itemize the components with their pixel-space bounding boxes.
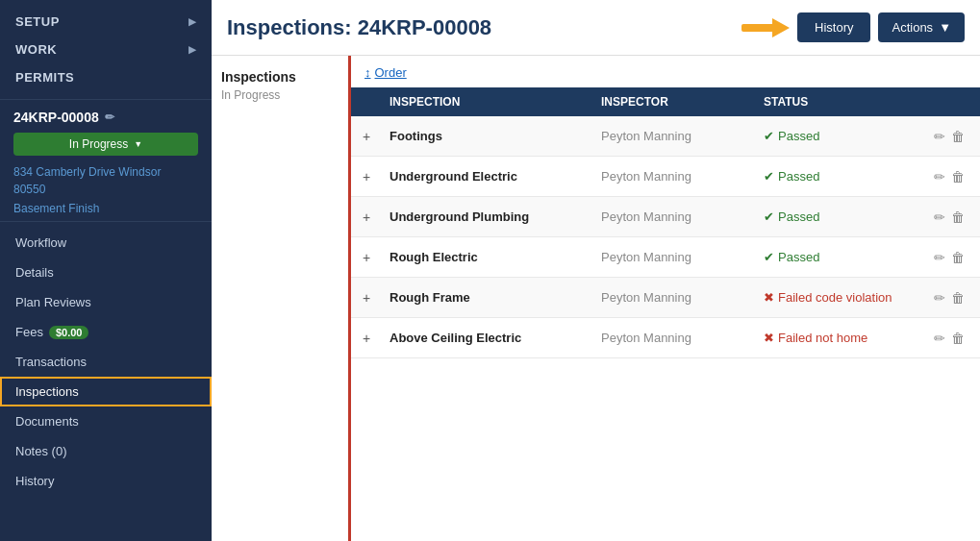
row-expand-5[interactable]: + <box>351 331 382 346</box>
table-body: + Footings Peyton Manning ✔ Passed ✏ 🗑 +… <box>351 116 980 541</box>
edit-icon-4[interactable]: ✏ <box>934 290 945 306</box>
table-row: + Underground Plumbing Peyton Manning ✔ … <box>351 197 980 237</box>
row-status-1: ✔ Passed <box>756 169 918 184</box>
edit-icon-1[interactable]: ✏ <box>934 169 945 184</box>
table-row: + Footings Peyton Manning ✔ Passed ✏ 🗑 <box>351 116 980 157</box>
header-status: STATUS <box>756 95 918 109</box>
table-header: INSPECTION INSPECTOR STATUS <box>351 87 980 116</box>
sort-icon: ↕ <box>364 65 371 80</box>
content-area: Inspections In Progress ↕ Order INSPECTI… <box>212 56 980 541</box>
header-inspector: INSPECTOR <box>593 95 756 109</box>
sidebar-item-details[interactable]: Details <box>0 258 212 287</box>
status-icon-3: ✔ <box>764 250 774 264</box>
row-actions-0: ✏ 🗑 <box>918 129 980 144</box>
delete-icon-5[interactable]: 🗑 <box>951 331 965 346</box>
sidebar-item-notes[interactable]: Notes (0) <box>0 436 212 466</box>
sidebar-item-history[interactable]: History <box>0 466 212 496</box>
sidebar-item-plan-reviews[interactable]: Plan Reviews <box>0 287 212 317</box>
actions-caret-icon: ▼ <box>939 20 951 35</box>
edit-icon-2[interactable]: ✏ <box>934 209 945 225</box>
edit-icon-0[interactable]: ✏ <box>934 129 945 144</box>
sidebar-item-workflow[interactable]: Workflow <box>0 228 212 258</box>
delete-icon-1[interactable]: 🗑 <box>951 169 965 184</box>
delete-icon-3[interactable]: 🗑 <box>951 250 965 265</box>
permit-section: 24KRP-00008 ✏ In Progress ▼ 834 Camberly… <box>0 100 212 222</box>
delete-icon-2[interactable]: 🗑 <box>951 209 965 225</box>
row-status-5: ✖ Failed not home <box>756 331 918 345</box>
table-row: + Above Ceiling Electric Peyton Manning … <box>351 318 980 358</box>
permit-id: 24KRP-00008 ✏ <box>13 110 198 125</box>
delete-icon-4[interactable]: 🗑 <box>951 290 965 306</box>
row-status-2: ✔ Passed <box>756 209 918 224</box>
row-expand-2[interactable]: + <box>351 209 382 225</box>
left-panel-status: In Progress <box>221 88 339 102</box>
row-inspector-5: Peyton Manning <box>593 331 756 345</box>
row-inspector-4: Peyton Manning <box>593 290 756 305</box>
row-inspector-3: Peyton Manning <box>593 250 756 264</box>
row-status-3: ✔ Passed <box>756 250 918 264</box>
sidebar-top-nav: SETUP ▶ WORK ▶ PERMITS <box>0 0 212 100</box>
permit-address[interactable]: 834 Camberly Drive Windsor 80550 <box>13 163 198 198</box>
table-row: + Rough Electric Peyton Manning ✔ Passed… <box>351 237 980 278</box>
main-header: Inspections: 24KRP-00008 History Actions… <box>212 0 980 56</box>
row-inspection-2: Underground Plumbing <box>382 209 593 224</box>
sidebar-item-work[interactable]: WORK ▶ <box>0 36 212 63</box>
left-panel-title: Inspections <box>221 69 339 85</box>
status-icon-2: ✔ <box>764 209 774 224</box>
in-progress-button[interactable]: In Progress ▼ <box>13 133 198 156</box>
in-progress-caret-icon: ▼ <box>134 139 142 149</box>
table-row: + Rough Frame Peyton Manning ✖ Failed co… <box>351 278 980 318</box>
row-inspector-2: Peyton Manning <box>593 209 756 224</box>
status-icon-0: ✔ <box>764 129 774 143</box>
left-panel: Inspections In Progress <box>212 56 351 541</box>
row-inspection-4: Rough Frame <box>382 290 593 305</box>
main-content: Inspections: 24KRP-00008 History Actions… <box>212 0 980 541</box>
status-icon-5: ✖ <box>764 331 774 345</box>
row-expand-1[interactable]: + <box>351 169 382 184</box>
actions-button[interactable]: Actions ▼ <box>878 12 965 42</box>
permit-type-link[interactable]: Basement Finish <box>13 202 198 215</box>
svg-rect-0 <box>741 24 775 32</box>
row-inspector-1: Peyton Manning <box>593 169 756 184</box>
header-buttons: History Actions ▼ <box>741 12 965 42</box>
table-row: + Underground Electric Peyton Manning ✔ … <box>351 157 980 197</box>
edit-icon-5[interactable]: ✏ <box>934 331 945 346</box>
inspection-table: INSPECTION INSPECTOR STATUS + Footings P… <box>351 87 980 541</box>
permit-edit-icon[interactable]: ✏ <box>105 111 114 124</box>
row-inspection-5: Above Ceiling Electric <box>382 331 593 345</box>
sidebar-item-inspections[interactable]: Inspections <box>0 377 212 406</box>
sidebar-item-transactions[interactable]: Transactions <box>0 347 212 377</box>
history-arrow-indicator <box>741 14 790 41</box>
edit-icon-3[interactable]: ✏ <box>934 250 945 265</box>
row-actions-4: ✏ 🗑 <box>918 290 980 306</box>
delete-icon-0[interactable]: 🗑 <box>951 129 965 144</box>
row-expand-4[interactable]: + <box>351 290 382 306</box>
header-expand <box>351 95 382 109</box>
row-inspection-3: Rough Electric <box>382 250 593 264</box>
setup-arrow-icon: ▶ <box>188 16 197 27</box>
row-actions-2: ✏ 🗑 <box>918 209 980 225</box>
row-inspector-0: Peyton Manning <box>593 129 756 143</box>
order-link[interactable]: ↕ Order <box>351 65 980 87</box>
row-expand-0[interactable]: + <box>351 129 382 144</box>
row-status-4: ✖ Failed code violation <box>756 290 918 305</box>
sidebar-item-fees[interactable]: Fees $0.00 <box>0 317 212 347</box>
header-inspection: INSPECTION <box>382 95 593 109</box>
sidebar-nav: Workflow Details Plan Reviews Fees $0.00… <box>0 222 212 541</box>
sidebar: SETUP ▶ WORK ▶ PERMITS 24KRP-00008 ✏ In … <box>0 0 212 541</box>
table-area: ↕ Order INSPECTION INSPECTOR STATUS + Fo… <box>351 56 980 541</box>
row-actions-1: ✏ 🗑 <box>918 169 980 184</box>
sidebar-item-permits[interactable]: PERMITS <box>0 63 212 91</box>
sidebar-item-setup[interactable]: SETUP ▶ <box>0 8 212 36</box>
sidebar-item-documents[interactable]: Documents <box>0 406 212 436</box>
svg-marker-1 <box>772 18 790 37</box>
history-button[interactable]: History <box>797 12 870 42</box>
row-expand-3[interactable]: + <box>351 250 382 265</box>
row-actions-5: ✏ 🗑 <box>918 331 980 346</box>
status-icon-4: ✖ <box>764 290 774 305</box>
page-title: Inspections: 24KRP-00008 <box>227 15 491 40</box>
row-status-0: ✔ Passed <box>756 129 918 143</box>
row-inspection-1: Underground Electric <box>382 169 593 184</box>
row-inspection-0: Footings <box>382 129 593 143</box>
row-actions-3: ✏ 🗑 <box>918 250 980 265</box>
